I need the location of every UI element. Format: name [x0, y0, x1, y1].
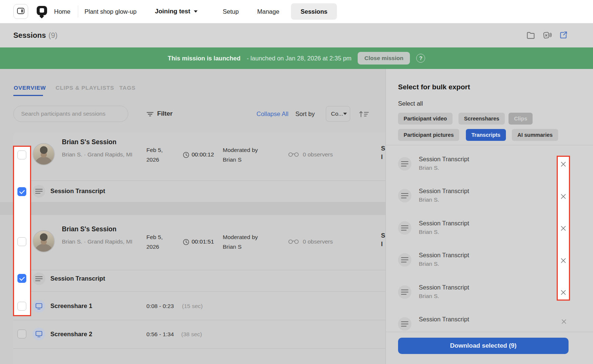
screenshare-row-label[interactable]: Screenshare 2 — [50, 331, 92, 338]
export-item-subtitle: Brian S. — [419, 293, 439, 300]
clock-icon — [183, 239, 189, 247]
chip-participant-pictures[interactable]: Participant pictures — [398, 129, 459, 141]
sessions-count: (9) — [49, 31, 57, 39]
export-item-title: Session Transcript — [419, 156, 469, 163]
filter-icon — [146, 110, 154, 120]
transcript-icon — [398, 221, 411, 235]
page-header: Sessions(9) — [0, 23, 593, 47]
collapse-all-link[interactable]: Collapse All — [256, 110, 288, 118]
chip-ai-summaries[interactable]: AI summaries — [512, 129, 558, 141]
session-subtitle: Brian S. · Grand Rapids, MI — [62, 237, 138, 246]
clipped-column-text: Sl — [381, 144, 385, 161]
screenshare-2-checkbox[interactable] — [17, 330, 26, 338]
nav-sessions-tab-active[interactable]: Sessions — [291, 3, 337, 20]
top-nav: Home Plant shop glow-up Joining test Set… — [0, 0, 593, 23]
screenshare-icon — [33, 300, 45, 312]
nav-home-link[interactable]: Home — [54, 8, 70, 15]
transcripts-translate-icon[interactable] — [542, 30, 552, 40]
remove-item-x-icon[interactable] — [560, 258, 566, 264]
transcript-icon — [33, 185, 45, 198]
session-group-2: Brian S's Session Brian S. · Grand Rapid… — [13, 215, 408, 364]
chip-screenshares[interactable]: Screenshares — [458, 113, 505, 125]
session-group-1: Brian S's Session Brian S. · Grand Rapid… — [13, 133, 408, 202]
search-input[interactable] — [13, 106, 128, 122]
avatar — [33, 143, 55, 165]
transcript-icon — [398, 253, 411, 267]
observers-glasses-icon — [288, 151, 299, 159]
nav-divider — [78, 6, 78, 17]
sidebar-toggle-button[interactable] — [13, 4, 28, 19]
export-item-subtitle: Brian S. — [419, 229, 439, 235]
screenshare-1-checkbox[interactable] — [17, 302, 26, 311]
session-moderator: Moderated byBrian S — [223, 232, 258, 252]
session-title[interactable]: Brian S's Session — [62, 225, 116, 233]
remove-item-x-icon[interactable] — [561, 319, 567, 326]
caret-down-icon — [343, 113, 347, 115]
screenshare-length: (15 sec) — [182, 303, 203, 310]
clipped-column-text: Sl — [381, 231, 385, 248]
download-selected-button[interactable]: Download selected (9) — [398, 338, 569, 354]
remove-item-x-icon[interactable] — [560, 193, 566, 199]
session-date: Feb 5,2026 — [146, 232, 163, 252]
observers-count: 0 observers — [303, 238, 333, 245]
observers-glasses-icon — [288, 238, 299, 246]
export-panel-title: Select for bulk export — [398, 83, 470, 91]
screenshare-range: 0:08 - 0:23 — [146, 303, 174, 310]
transcript-row-label[interactable]: Session Transcript — [50, 275, 105, 282]
transcript-2-checkbox[interactable] — [17, 274, 26, 283]
transcript-icon — [398, 285, 411, 299]
session-2-checkbox[interactable] — [17, 237, 26, 246]
row-divider — [13, 270, 408, 270]
transcript-icon — [398, 317, 411, 331]
select-all-link[interactable]: Select all — [398, 100, 423, 107]
screenshare-range: 0:56 - 1:34 — [146, 331, 174, 338]
tab-overview-underline — [13, 95, 43, 96]
tab-overview[interactable]: OVERVIEW — [14, 85, 46, 91]
remove-item-x-icon[interactable] — [560, 289, 566, 295]
share-export-icon[interactable] — [558, 30, 569, 40]
banner-status-bold: This mission is launched — [168, 55, 241, 62]
screenshare-length: (38 sec) — [181, 331, 202, 338]
page-title: Sessions(9) — [13, 31, 57, 40]
export-item-title: Session Transcript — [419, 188, 469, 195]
nav-manage-link[interactable]: Manage — [257, 8, 279, 15]
export-item-title: Session Transcript — [419, 316, 469, 323]
nav-project-link[interactable]: Plant shop glow-up — [85, 8, 136, 15]
chip-clips[interactable]: Clips — [508, 113, 533, 125]
panel-left-icon — [17, 8, 24, 16]
app-screen: Home Plant shop glow-up Joining test Set… — [0, 0, 593, 364]
session-title[interactable]: Brian S's Session — [62, 138, 116, 146]
row-divider — [13, 291, 408, 292]
filter-button[interactable]: Filter — [157, 110, 173, 118]
chip-participant-video[interactable]: Participant video — [398, 113, 453, 125]
transcript-icon — [398, 157, 411, 171]
help-icon[interactable]: ? — [416, 54, 425, 63]
transcript-icon — [33, 272, 45, 285]
mission-dropdown[interactable]: Joining test — [155, 8, 198, 15]
mission-name: Joining test — [155, 8, 190, 15]
session-subtitle: Brian S. · Grand Rapids, MI — [62, 150, 138, 159]
close-mission-button[interactable]: Close mission — [358, 52, 410, 64]
row-divider — [13, 348, 408, 349]
screenshare-row-label[interactable]: Screenshare 1 — [50, 302, 92, 310]
group-gap — [0, 202, 385, 215]
transcript-icon — [398, 189, 411, 202]
tab-clips-playlists[interactable]: CLIPS & PLAYLISTS — [56, 85, 114, 91]
session-1-checkbox[interactable] — [17, 150, 26, 159]
export-item-title: Session Transcript — [419, 284, 469, 291]
app-logo-icon[interactable] — [37, 6, 48, 17]
tab-tags[interactable]: TAGS — [119, 85, 136, 91]
remove-item-x-icon[interactable] — [560, 161, 566, 167]
screenshare-icon — [33, 328, 45, 340]
caret-down-icon — [194, 10, 198, 13]
folder-icon[interactable] — [526, 30, 536, 40]
chip-transcripts[interactable]: Transcripts — [466, 129, 506, 141]
sort-direction-icon[interactable] — [358, 109, 370, 120]
remove-item-x-icon[interactable] — [560, 225, 566, 231]
sort-dropdown[interactable]: Co... — [326, 106, 350, 122]
sort-dropdown-value: Co... — [331, 110, 343, 117]
session-duration: 00:00:12 — [192, 151, 214, 158]
nav-setup-link[interactable]: Setup — [223, 8, 239, 15]
transcript-1-checkbox[interactable] — [17, 187, 26, 196]
transcript-row-label[interactable]: Session Transcript — [50, 188, 105, 195]
